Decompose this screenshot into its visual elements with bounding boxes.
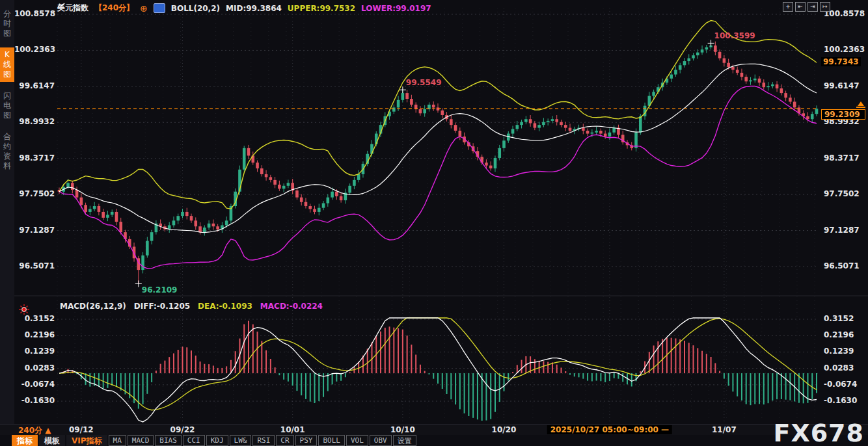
toolbar-button-LW&[interactable]: LW& <box>230 435 252 446</box>
macd-diff-value: DIFF:-0.1205 <box>134 302 190 311</box>
main-axis-tick-left: 100.8578 <box>14 9 55 18</box>
macd-axis-tick-left: 0.3152 <box>14 314 55 323</box>
selected-candle-time-label: 2025/10/27 05:00~09:00 — <box>547 425 672 434</box>
triangle-up-icon: ▲ <box>45 426 51 435</box>
macd-title: MACD(26,12,9) <box>60 302 126 311</box>
boll-indicator-label: BOLL(20,2) <box>171 4 220 13</box>
macd-axis-tick-left: -0.0674 <box>14 380 55 389</box>
toolbar-button-设置[interactable]: 设置 <box>393 435 416 446</box>
main-axis-tick-right: 100.2363 <box>824 45 865 54</box>
macd-axis-tick-left: 0.0283 <box>14 363 55 373</box>
main-axis-tick-right: 99.6147 <box>824 81 860 90</box>
chart-header: 美元指数 【240分】 ⊕ BOLL(20,2) MID:99.3864 UPP… <box>57 3 431 14</box>
boll-lower-value: LOWER:99.0197 <box>361 4 431 13</box>
main-axis-tick-left: 97.1287 <box>14 226 55 235</box>
main-axis-tick-right: 96.5071 <box>824 261 860 270</box>
toolbar-button-VIP指标[interactable]: VIP指标 <box>66 435 107 446</box>
main-axis-tick-right: 97.1287 <box>824 226 860 235</box>
toolbar-button-MACD[interactable]: MACD <box>128 435 154 446</box>
toolbar-button-OBV[interactable]: OBV <box>370 435 392 446</box>
chart-controls: +⇤⇥↦ <box>783 2 830 12</box>
main-axis-tick-left: 100.2363 <box>14 45 55 54</box>
time-axis: 240分 ▲ 09/1209/2210/0110/1010/202025/10/… <box>0 424 868 435</box>
boll-mid-value: MID:99.3864 <box>226 4 282 13</box>
toolbar-button-BIAS[interactable]: BIAS <box>155 435 182 446</box>
sidebar-item-3[interactable]: 闪电图 <box>0 88 14 123</box>
main-axis-tick-left: 98.9932 <box>14 117 55 126</box>
main-axis-tick-left: 96.5071 <box>14 261 55 270</box>
boll-upper-price-tag: 99.7343 <box>821 57 861 66</box>
watermark-logo: FX678 <box>773 419 864 446</box>
main-axis-tick-left: 97.7502 <box>14 189 55 198</box>
boll-upper-value: UPPER:99.7532 <box>288 4 355 13</box>
last-price-tag: 99.2309 <box>821 109 865 120</box>
trading-app: 分时图K线图闪电图合约资料 美元指数 【240分】 ⊕ BOLL(20,2) M… <box>0 0 868 446</box>
macd-header: MACD(26,12,9) DIFF:-0.1205 DEA:-0.1093 M… <box>60 302 323 311</box>
macd-axis-tick-right: 0.2196 <box>824 330 854 339</box>
macd-axis-tick-left: 0.1239 <box>14 347 55 356</box>
toolbar-button-PSY[interactable]: PSY <box>295 435 318 446</box>
date-tick-label: 11/07 <box>712 425 737 434</box>
extreme-price-annotation: 100.3599 <box>714 31 755 40</box>
sidebar-item-1[interactable]: 分时图 <box>0 7 14 41</box>
extreme-price-annotation: 96.2109 <box>142 285 178 295</box>
sidebar-item-4[interactable]: 合约资料 <box>0 129 14 174</box>
sidebar-item-2[interactable]: K线图 <box>0 47 14 82</box>
period-label: 【240分】 <box>94 3 134 14</box>
date-tick-label: 10/01 <box>280 425 305 434</box>
macd-axis-tick-left: 0.2196 <box>14 330 55 339</box>
toolbar-button-KDJ[interactable]: KDJ <box>206 435 228 446</box>
toolbar-button-CCI[interactable]: CCI <box>183 435 205 446</box>
price-alert-icon-base <box>856 107 865 108</box>
macd-axis-tick-left: -0.1630 <box>14 396 55 405</box>
macd-axis-tick-right: -0.0674 <box>824 380 857 389</box>
toolbar-button-BOLL[interactable]: BOLL <box>318 435 345 446</box>
compress-right-icon[interactable]: ⇥ <box>807 2 818 12</box>
date-tick-label: 10/10 <box>390 425 415 434</box>
macd-axis-tick-right: 0.3152 <box>824 314 854 323</box>
indicator-toolbar: 指标模板VIP指标MAMACDBIASCCIKDJLW&RSICRPSYBOLL… <box>12 435 416 446</box>
macd-macd-value: MACD:-0.0224 <box>260 302 323 311</box>
chart-type-sidebar: 分时图K线图闪电图合约资料 <box>0 0 14 426</box>
toolbar-button-MA[interactable]: MA <box>109 435 126 446</box>
extreme-price-annotation: 99.5549 <box>406 78 442 87</box>
compress-left-icon[interactable]: ⇤ <box>795 2 806 12</box>
main-axis-tick-right: 98.3717 <box>824 153 860 163</box>
date-tick-label: 10/20 <box>492 425 517 434</box>
main-axis-tick-right: 97.7502 <box>824 189 860 198</box>
date-tick-label: 09/22 <box>170 425 195 434</box>
chart-canvas[interactable] <box>0 0 868 446</box>
alarm-flash-icon[interactable] <box>18 304 30 315</box>
circle-plus-icon[interactable]: ⊕ <box>140 5 148 12</box>
go-to-latest-icon[interactable]: ↦ <box>820 2 830 12</box>
price-alert-icon[interactable] <box>858 101 864 106</box>
macd-axis-tick-right: -0.1630 <box>824 396 857 405</box>
macd-axis-tick-right: 0.1239 <box>824 347 854 356</box>
pan-icon[interactable]: + <box>783 2 793 12</box>
toolbar-button-VOL[interactable]: VOL <box>346 435 368 446</box>
macd-dea-value: DEA:-0.1093 <box>198 302 252 311</box>
main-axis-tick-left: 98.3717 <box>14 153 55 163</box>
indicator-chart-icon[interactable] <box>154 3 165 13</box>
toolbar-button-指标[interactable]: 指标 <box>12 435 38 446</box>
date-tick-label: 09/12 <box>69 425 94 434</box>
toolbar-button-CR[interactable]: CR <box>276 435 293 446</box>
toolbar-button-模板[interactable]: 模板 <box>39 435 65 446</box>
main-axis-tick-left: 99.6147 <box>14 81 55 90</box>
macd-axis-tick-right: 0.0283 <box>824 363 854 373</box>
toolbar-button-RSI[interactable]: RSI <box>252 435 275 446</box>
